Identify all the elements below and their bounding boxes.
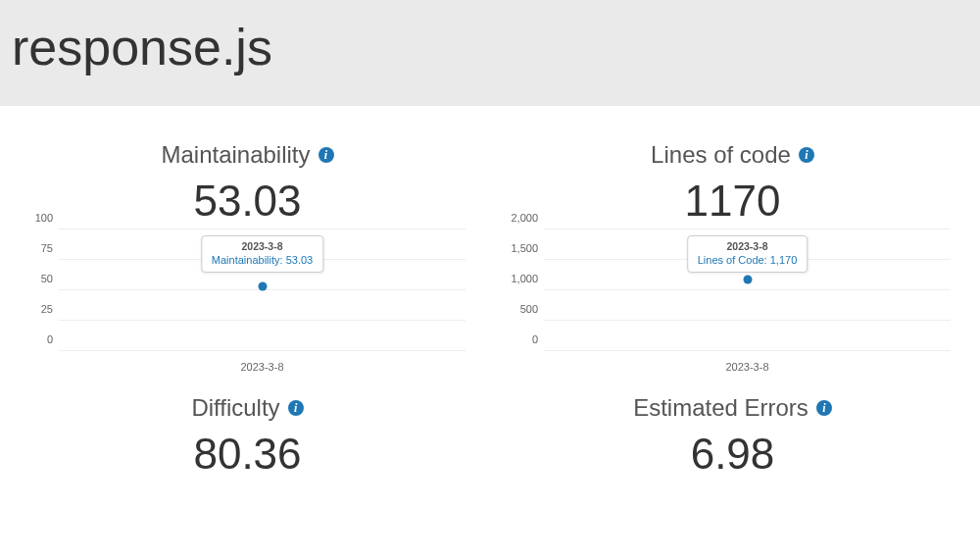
metric-value: 53.03 — [20, 177, 475, 226]
tooltip-date: 2023-3-8 — [212, 240, 313, 252]
metric-maintainability: Maintainability i 53.03 02550751002023-3… — [20, 141, 475, 377]
chart-tooltip: 2023-3-8Maintainability: 53.03 — [201, 235, 323, 273]
metric-loc: Lines of code i 1170 05001,0001,5002,000… — [505, 141, 960, 377]
chart-y-tick: 0 — [20, 333, 53, 345]
chart-y-tick: 1,500 — [505, 242, 538, 254]
metric-label: Difficulty — [191, 394, 279, 422]
chart-y-tick: 2,000 — [505, 212, 538, 224]
metric-errors: Estimated Errors i 6.98 — [505, 394, 960, 479]
metric-title-maintainability: Maintainability i — [161, 141, 333, 169]
chart-gridline — [544, 350, 951, 351]
info-icon[interactable]: i — [288, 400, 304, 416]
chart-gridline — [59, 229, 466, 229]
tooltip-date: 2023-3-8 — [698, 240, 798, 252]
chart-gridline — [544, 229, 951, 229]
chart-x-tick: 2023-3-8 — [725, 361, 768, 373]
metric-title-errors: Estimated Errors i — [633, 394, 832, 422]
chart-gridline — [59, 350, 466, 351]
chart-y-tick: 0 — [505, 333, 538, 345]
chart-y-tick: 25 — [20, 303, 53, 315]
chart-y-tick: 500 — [505, 303, 538, 315]
chart-gridline — [544, 289, 951, 290]
metric-value: 1170 — [505, 177, 960, 226]
metric-title-difficulty: Difficulty i — [191, 394, 303, 422]
metrics-grid: Maintainability i 53.03 02550751002023-3… — [0, 106, 980, 479]
chart-y-tick: 100 — [20, 212, 53, 224]
metric-label: Lines of code — [651, 141, 791, 169]
chart-maintainability: 02550751002023-3-82023-3-8Maintainabilit… — [20, 229, 475, 377]
chart-loc: 05001,0001,5002,0002023-3-82023-3-8Lines… — [505, 229, 960, 377]
chart-tooltip: 2023-3-8Lines of Code: 1,170 — [687, 235, 808, 273]
chart-gridline — [59, 320, 466, 321]
info-icon[interactable]: i — [816, 400, 832, 416]
metric-label: Estimated Errors — [633, 394, 808, 422]
chart-gridline — [544, 320, 951, 321]
tooltip-value: Lines of Code: 1,170 — [698, 254, 798, 266]
info-icon[interactable]: i — [318, 147, 334, 163]
page-header: response.js — [0, 0, 980, 106]
info-icon[interactable]: i — [799, 147, 814, 163]
chart-data-point[interactable] — [743, 276, 752, 284]
chart-data-point[interactable] — [258, 282, 267, 291]
chart-y-tick: 75 — [20, 242, 53, 254]
metric-label: Maintainability — [161, 141, 310, 169]
chart-plot: 05001,0001,5002,0002023-3-82023-3-8Lines… — [544, 229, 951, 352]
metric-difficulty: Difficulty i 80.36 — [20, 394, 475, 479]
tooltip-value: Maintainability: 53.03 — [212, 254, 313, 266]
metric-value: 80.36 — [20, 430, 475, 479]
chart-y-tick: 1,000 — [505, 273, 538, 284]
metric-title-loc: Lines of code i — [651, 141, 814, 169]
chart-y-tick: 50 — [20, 273, 53, 284]
chart-x-tick: 2023-3-8 — [240, 361, 283, 373]
chart-plot: 02550751002023-3-82023-3-8Maintainabilit… — [59, 229, 466, 352]
page-title: response.js — [12, 18, 968, 76]
metric-value: 6.98 — [505, 430, 960, 479]
